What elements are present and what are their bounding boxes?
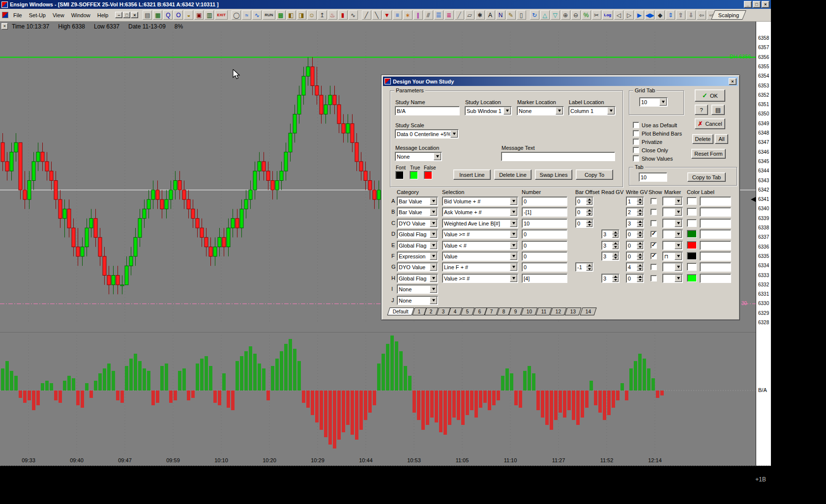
dropdown-arrow-icon[interactable] xyxy=(510,275,517,282)
show-checkbox[interactable] xyxy=(650,198,657,204)
dropdown-arrow-icon[interactable] xyxy=(430,230,437,238)
spin-down-icon[interactable] xyxy=(586,201,592,205)
log-scale-icon[interactable]: Log xyxy=(602,10,614,20)
label-input[interactable] xyxy=(700,196,731,206)
category-select[interactable]: Global Flag xyxy=(397,229,438,239)
dropdown-arrow-icon[interactable] xyxy=(430,197,437,205)
spin-down-icon[interactable] xyxy=(586,223,592,227)
read-gv-spinner[interactable]: 3 xyxy=(601,274,620,283)
color-swatch[interactable] xyxy=(687,241,697,249)
color-swatch[interactable] xyxy=(687,252,697,260)
workspace-tab-scalping[interactable]: Scalping xyxy=(711,10,746,20)
title-bar[interactable]: Ensign Windows - [SMI Z9-SOFFEX 25-Vol H… xyxy=(0,0,771,9)
label-input[interactable] xyxy=(700,252,731,261)
options-board-icon[interactable]: O xyxy=(174,10,183,20)
grid-tab-select[interactable]: 10 xyxy=(639,97,668,107)
show-checkbox[interactable] xyxy=(650,209,657,215)
arrow-down-marker-icon[interactable]: ▼ xyxy=(383,10,392,20)
channel-icon[interactable]: ⫻ xyxy=(424,10,433,20)
dropdown-arrow-icon[interactable] xyxy=(675,242,682,249)
scroll-down-icon[interactable]: ⇩ xyxy=(686,10,696,20)
marker-select[interactable] xyxy=(662,207,683,217)
spin-up-icon[interactable] xyxy=(612,230,619,234)
dialog-tab-10[interactable]: 10 xyxy=(521,308,537,315)
quote-page-icon[interactable]: Q xyxy=(163,10,173,20)
selection-select[interactable]: Bid Volume + # xyxy=(442,196,518,206)
study-location-select[interactable]: Sub Window 1 xyxy=(465,106,512,115)
delete-button[interactable]: Delete xyxy=(692,134,713,144)
dropdown-arrow-icon[interactable] xyxy=(510,220,517,227)
lock-closed-icon[interactable]: ◨ xyxy=(297,10,306,20)
ok-button[interactable]: ✓OK xyxy=(695,89,725,102)
fib-fan-icon[interactable]: ∗ xyxy=(403,10,413,20)
spin-down-icon[interactable] xyxy=(612,234,619,238)
horizontal-levels-icon[interactable]: ☰ xyxy=(434,10,443,20)
cancel-button[interactable]: ✗Cancel xyxy=(695,118,725,129)
spin-up-icon[interactable] xyxy=(637,242,643,246)
child-minimize-button[interactable]: − xyxy=(115,12,122,18)
alarm-icon[interactable]: ◒ xyxy=(184,10,193,20)
spin-up-icon[interactable] xyxy=(637,220,643,224)
refresh-icon[interactable]: ↻ xyxy=(530,10,539,20)
read-gv-spinner[interactable]: 3 xyxy=(601,229,620,239)
write-gv-spinner[interactable]: 0 xyxy=(626,241,644,250)
delete-line-button[interactable]: Delete Line xyxy=(494,169,531,180)
number-input[interactable]: [4] xyxy=(522,274,567,283)
lock-open-icon[interactable]: ◧ xyxy=(287,10,296,20)
write-gv-spinner[interactable]: 0 xyxy=(626,229,644,239)
selection-select[interactable]: Line F + # xyxy=(442,262,518,272)
print-settings-button[interactable]: ▤ xyxy=(711,105,725,115)
number-input[interactable]: 0 xyxy=(522,229,567,239)
category-select[interactable]: None xyxy=(397,284,438,294)
dropdown-arrow-icon[interactable] xyxy=(675,275,682,282)
report-icon[interactable]: ▤ xyxy=(143,10,152,20)
dropdown-arrow-icon[interactable] xyxy=(430,252,437,260)
color-swatch[interactable] xyxy=(687,219,697,227)
arrow-up-small-icon[interactable]: ↥ xyxy=(318,10,327,20)
price-lines-icon[interactable]: ≣ xyxy=(444,10,454,20)
category-select[interactable]: DYO Value xyxy=(397,262,438,272)
spin-up-icon[interactable] xyxy=(612,242,619,246)
color-swatch[interactable] xyxy=(687,263,697,271)
show-values-checkbox[interactable] xyxy=(633,155,639,162)
category-select[interactable]: Global Flag xyxy=(397,274,438,283)
plot-behind-bars-checkbox[interactable] xyxy=(633,130,639,137)
spin-down-icon[interactable] xyxy=(637,267,643,271)
category-select[interactable]: Bar Value xyxy=(397,196,438,206)
marker-select[interactable] xyxy=(662,196,683,206)
spin-up-icon[interactable] xyxy=(637,252,643,256)
page-grid-icon[interactable]: ▥ xyxy=(205,10,214,20)
dropdown-arrow-icon[interactable] xyxy=(556,107,563,114)
spin-up-icon[interactable] xyxy=(586,208,592,212)
privatize-checkbox[interactable] xyxy=(633,139,639,145)
close-button[interactable]: × xyxy=(762,1,769,8)
dialog-tab-14[interactable]: 14 xyxy=(580,308,596,315)
dropdown-arrow-icon[interactable] xyxy=(510,230,517,238)
dialog-title-bar[interactable]: Design Your Own Study × xyxy=(383,77,738,86)
menu-set-up[interactable]: Set-Up xyxy=(26,11,49,20)
copy-to-tab-button[interactable]: Copy to Tab xyxy=(687,172,726,182)
zoom-in-icon[interactable]: ⊕ xyxy=(561,10,570,20)
scissors-icon[interactable]: ✂ xyxy=(592,10,601,20)
marker-select[interactable] xyxy=(662,274,683,283)
color-swatch[interactable] xyxy=(687,208,697,216)
dropdown-arrow-icon[interactable] xyxy=(675,197,682,205)
label-input[interactable] xyxy=(700,207,731,217)
syringe-icon[interactable]: ▮ xyxy=(338,10,348,20)
dropdown-arrow-icon[interactable] xyxy=(430,242,437,249)
sort-icon[interactable]: ⇕ xyxy=(666,10,675,20)
dropdown-arrow-icon[interactable] xyxy=(675,263,682,271)
read-gv-spinner[interactable]: 3 xyxy=(601,252,620,261)
speaker-left-icon[interactable]: ◁ xyxy=(614,10,623,20)
parallel-lines-icon[interactable]: ∥ xyxy=(413,10,423,20)
menu-file[interactable]: File xyxy=(10,11,26,20)
write-gv-spinner[interactable]: 4 xyxy=(626,262,644,272)
price-axis[interactable]: B/A 635863576356635563546353635263516350… xyxy=(756,22,771,466)
dropdown-arrow-icon[interactable] xyxy=(510,242,517,249)
message-text-input[interactable] xyxy=(501,152,615,161)
close-only-checkbox[interactable] xyxy=(633,147,639,153)
color-swatch[interactable] xyxy=(687,274,697,282)
dialog-tab-5[interactable]: 5 xyxy=(460,308,474,315)
tab-number-input[interactable]: 10 xyxy=(639,172,667,182)
use-as-default-checkbox[interactable] xyxy=(633,122,639,128)
